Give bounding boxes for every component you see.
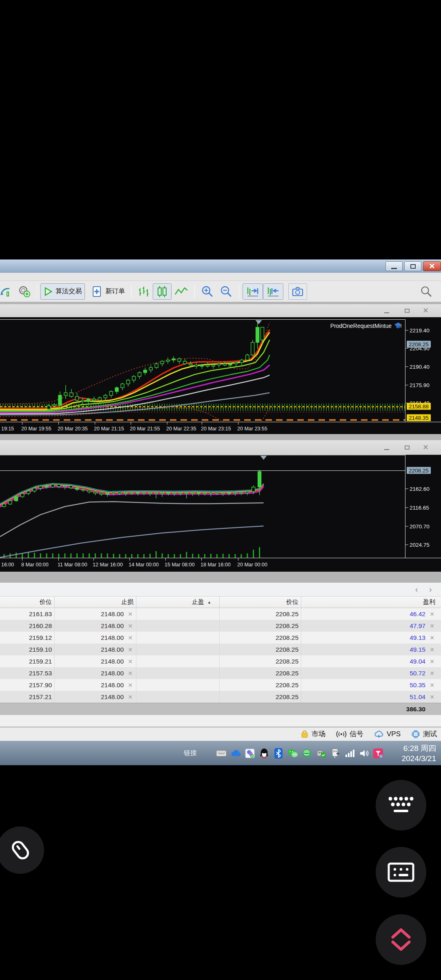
vps-item[interactable]: VPS (374, 730, 401, 738)
remove-stop-loss-button[interactable]: ✕ (127, 694, 134, 700)
test-item[interactable]: 测试 (411, 729, 437, 739)
table-row[interactable]: 2157.212148.00✕2208.2551.04✕ (0, 691, 441, 703)
zoom-in-button[interactable] (198, 283, 217, 300)
close-position-button[interactable]: ✕ (429, 658, 435, 665)
remove-stop-loss-button[interactable]: ✕ (127, 658, 134, 665)
new-order-button[interactable]: 新订单 (89, 283, 128, 300)
price2-cell: 2208.25 (276, 610, 298, 618)
power-plug-icon[interactable] (330, 748, 341, 759)
close-position-button[interactable]: ✕ (429, 646, 435, 653)
remove-stop-loss-button[interactable]: ✕ (127, 682, 134, 688)
expand-button[interactable] (376, 914, 426, 965)
qq-icon[interactable] (258, 748, 270, 759)
remove-stop-loss-button[interactable]: ✕ (127, 646, 134, 653)
browser-update-icon[interactable] (301, 748, 312, 759)
restore-icon (410, 264, 416, 269)
signal-bars-icon[interactable] (344, 748, 355, 759)
signals-label: 信号 (350, 729, 363, 739)
chart-maximize-button[interactable] (401, 443, 413, 452)
toolbar-separator (37, 285, 37, 298)
price-axis[interactable]: 2162.602116.652070.702024.752208.25 (405, 455, 441, 558)
table-row[interactable]: 2157.532148.00✕2208.2550.72✕ (0, 667, 441, 679)
close-position-button[interactable]: ✕ (429, 682, 435, 688)
gallery-sync-icon[interactable] (244, 748, 255, 759)
level-price-box: 2148.35 (407, 414, 431, 421)
minimize-button[interactable] (385, 261, 403, 271)
trade-table-body: 2161.832148.00✕2208.2546.42✕2160.282148.… (0, 608, 441, 703)
keyboard-panel-button[interactable] (376, 847, 426, 898)
chart-minimize-button[interactable] (381, 443, 393, 452)
table-row[interactable]: 2160.282148.00✕2208.2547.97✕ (0, 620, 441, 632)
chart-close-button[interactable] (420, 306, 430, 315)
links-toolbar[interactable]: 链接 (184, 749, 197, 757)
scroll-right-arrow[interactable]: › (425, 584, 435, 594)
chart-plot-h4[interactable] (0, 455, 405, 558)
signals-item[interactable]: 信号 (336, 729, 363, 739)
remove-stop-loss-button[interactable]: ✕ (127, 623, 134, 629)
chart-minimize-button[interactable] (381, 306, 393, 315)
shift-start-button[interactable] (263, 283, 283, 300)
mouse-mode-button[interactable] (0, 826, 44, 874)
close-position-button[interactable]: ✕ (429, 635, 435, 641)
candlestick-chart-button[interactable] (153, 283, 172, 300)
table-row[interactable]: 2161.832148.00✕2208.2546.42✕ (0, 608, 441, 620)
header-price-2[interactable]: 价位 (220, 597, 301, 608)
time-axis[interactable]: 16:008 Mar 00:0011 Mar 08:0012 Mar 16:00… (0, 558, 441, 572)
header-profit[interactable]: 盈利 (301, 597, 441, 608)
bluetooth-icon[interactable] (273, 748, 284, 759)
zoom-out-button[interactable] (217, 283, 236, 300)
titlebar[interactable] (0, 259, 441, 273)
time-label: 20 Mar 23:55 (237, 426, 267, 432)
chart-window-h4-titlebar[interactable] (0, 440, 441, 455)
wechat-icon[interactable] (287, 748, 298, 759)
price-axis[interactable]: 2219.402204.902190.402175.902161.402208.… (405, 319, 441, 422)
profit-cell: 46.42 (410, 610, 425, 618)
header-take-profit[interactable]: 止盈▲ (136, 597, 220, 608)
table-row[interactable]: 2157.902148.00✕2208.2550.35✕ (0, 679, 441, 691)
keyboard-toggle-button[interactable] (376, 780, 426, 831)
time-label: 20 Mar 21:15 (94, 426, 124, 432)
ohlc-chart-button[interactable] (135, 283, 153, 300)
algo-trading-label: 算法交易 (56, 287, 82, 296)
volume-icon[interactable] (359, 748, 370, 759)
close-position-button[interactable]: ✕ (429, 694, 435, 700)
total-profit: 386.30 (406, 706, 425, 713)
play-icon (44, 287, 53, 296)
shift-end-button[interactable] (243, 283, 263, 300)
profiles-button[interactable] (15, 283, 33, 300)
clock[interactable]: 6:28 周四 2024/3/21 (401, 743, 436, 764)
close-button[interactable] (423, 261, 441, 271)
usb-safe-remove-icon[interactable] (316, 748, 327, 759)
search-button[interactable] (417, 283, 435, 300)
profit-cell: 51.04 (410, 693, 425, 701)
market-item[interactable]: 市场 (301, 729, 325, 739)
algo-trading-button[interactable]: 算法交易 (40, 283, 85, 300)
header-stop-loss[interactable]: 止损 (55, 597, 136, 608)
remove-stop-loss-button[interactable]: ✕ (127, 611, 134, 617)
screen-record-icon[interactable] (373, 748, 384, 759)
chart-window-m5-titlebar[interactable] (0, 304, 441, 317)
cloud-drive-icon[interactable] (230, 748, 241, 759)
remove-stop-loss-button[interactable]: ✕ (127, 635, 134, 641)
line-chart-button[interactable] (172, 283, 191, 300)
table-row[interactable]: 2159.212148.00✕2208.2549.04✕ (0, 655, 441, 667)
close-position-button[interactable]: ✕ (429, 623, 435, 629)
close-position-button[interactable]: ✕ (429, 670, 435, 677)
chart-plot-m5[interactable] (0, 319, 405, 422)
chart-maximize-button[interactable] (401, 306, 413, 315)
chart-close-button[interactable] (420, 443, 430, 452)
time-axis[interactable]: 19:1520 Mar 19:5520 Mar 20:3520 Mar 21:1… (0, 422, 441, 434)
scroll-left-arrow[interactable]: ‹ (412, 584, 421, 594)
table-row[interactable]: 2159.102148.00✕2208.2549.15✕ (0, 644, 441, 655)
header-price[interactable]: 价位 (0, 597, 55, 608)
expert-advisor-icon (394, 322, 402, 330)
restore-button[interactable] (404, 261, 421, 271)
screenshot-button[interactable] (288, 283, 307, 300)
time-label: 8 Mar 00:00 (21, 562, 49, 568)
table-row[interactable]: 2159.122148.00✕2208.2549.13✕ (0, 632, 441, 644)
toolbar-separator (239, 285, 239, 298)
new-chart-button[interactable] (0, 283, 15, 300)
keyboard-tray-icon[interactable] (216, 748, 227, 759)
remove-stop-loss-button[interactable]: ✕ (127, 670, 134, 677)
close-position-button[interactable]: ✕ (429, 611, 435, 617)
